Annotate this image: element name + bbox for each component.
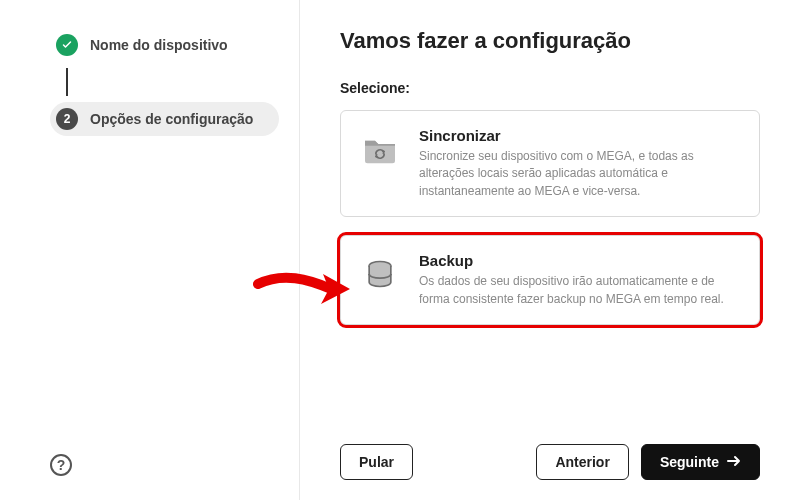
option-backup-title: Backup (419, 252, 741, 269)
option-sync-desc: Sincronize seu dispositivo com o MEGA, e… (419, 148, 741, 200)
options-list: Sincronizar Sincronize seu dispositivo c… (340, 110, 760, 325)
option-sync[interactable]: Sincronizar Sincronize seu dispositivo c… (340, 110, 760, 217)
next-button[interactable]: Seguinte (641, 444, 760, 480)
sidebar: Nome do dispositivo 2 Opções de configur… (0, 0, 300, 500)
option-sync-title: Sincronizar (419, 127, 741, 144)
option-backup[interactable]: Backup Os dados de seu dispositivo irão … (340, 235, 760, 325)
database-icon (359, 252, 401, 308)
prev-label: Anterior (555, 454, 609, 470)
step-connector (66, 68, 68, 96)
folder-sync-icon (359, 127, 401, 200)
check-icon (56, 34, 78, 56)
step-device-name[interactable]: Nome do dispositivo (50, 28, 279, 62)
prev-button[interactable]: Anterior (536, 444, 628, 480)
page-title: Vamos fazer a configuração (340, 28, 760, 54)
arrow-right-icon (727, 454, 741, 470)
main-panel: Vamos fazer a configuração Selecione: (300, 0, 800, 500)
select-prompt: Selecione: (340, 80, 760, 96)
footer: Pular Anterior Seguinte (340, 424, 760, 480)
skip-button[interactable]: Pular (340, 444, 413, 480)
option-backup-desc: Os dados de seu dispositivo irão automat… (419, 273, 741, 308)
step-setup-options[interactable]: 2 Opções de configuração (50, 102, 279, 136)
help-button[interactable]: ? (50, 454, 72, 476)
step-label: Opções de configuração (90, 111, 253, 127)
skip-label: Pular (359, 454, 394, 470)
step-label: Nome do dispositivo (90, 37, 228, 53)
next-label: Seguinte (660, 454, 719, 470)
help-icon: ? (57, 457, 66, 473)
step-number-badge: 2 (56, 108, 78, 130)
